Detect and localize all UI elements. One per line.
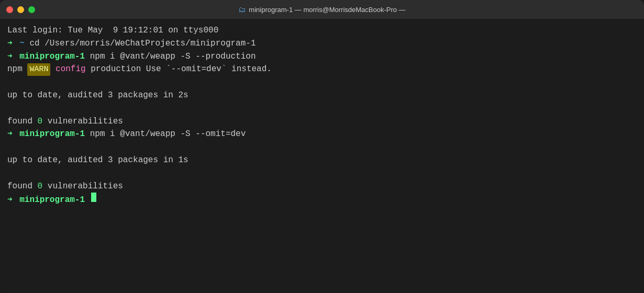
npm-prefix: npm <box>7 63 27 76</box>
terminal-window: 🗂 miniprogram-1 — morris@MorrisdeMacBook… <box>0 0 644 293</box>
found-text-1: found <box>7 115 38 128</box>
prompt-arrow-4: ➜ <box>7 194 13 207</box>
prompt-dir-4: miniprogram-1 <box>15 194 90 207</box>
title-bar: 🗂 miniprogram-1 — morris@MorrisdeMacBook… <box>0 0 644 19</box>
folder-icon: 🗂 <box>238 5 246 14</box>
terminal-cursor <box>91 193 96 202</box>
warn-badge: WARN <box>27 63 50 75</box>
command-text-3: npm i @vant/weapp -S --omit=dev <box>90 128 246 141</box>
command-line-1: ➜ ~ cd /Users/morris/WeChatProjects/mini… <box>7 37 637 50</box>
command-line-3: ➜ miniprogram-1 npm i @vant/weapp -S --o… <box>7 128 637 141</box>
warn-text: production Use `--omit=dev` instead. <box>86 63 272 76</box>
window-title: 🗂 miniprogram-1 — morris@MorrisdeMacBook… <box>238 5 405 14</box>
empty-line-3 <box>7 141 637 154</box>
traffic-lights <box>6 6 35 13</box>
title-text: miniprogram-1 — morris@MorrisdeMacBook-P… <box>249 6 405 14</box>
command-text-2: npm i @vant/weapp -S --production <box>90 50 256 63</box>
login-line: Last login: Tue May 9 19:12:01 on ttys00… <box>7 24 637 37</box>
empty-line-1 <box>7 76 637 89</box>
warn-line: npm WARN config production Use `--omit=d… <box>7 63 637 76</box>
empty-line-4 <box>7 167 637 180</box>
found-line-2: found 0 vulnerabilities <box>7 180 637 193</box>
login-text: Last login: Tue May 9 19:12:01 on ttys00… <box>7 24 218 37</box>
prompt-dir-1: ~ <box>15 37 30 50</box>
close-button[interactable] <box>6 6 13 13</box>
empty-line-2 <box>7 102 637 115</box>
zero-count-2: 0 <box>38 180 43 193</box>
prompt-arrow-1: ➜ <box>7 37 13 50</box>
up-to-date-text-2: up to date, audited 3 packages in 1s <box>7 154 188 167</box>
up-to-date-text-1: up to date, audited 3 packages in 2s <box>7 89 188 102</box>
prompt-arrow-3: ➜ <box>7 128 13 141</box>
found-text-2: found <box>7 180 38 193</box>
vulnerabilities-text-1: vulnerabilities <box>42 115 123 128</box>
minimize-button[interactable] <box>17 6 24 13</box>
vulnerabilities-text-2: vulnerabilities <box>42 180 123 193</box>
command-line-2: ➜ miniprogram-1 npm i @vant/weapp -S --p… <box>7 50 637 63</box>
prompt-dir-3: miniprogram-1 <box>15 128 90 141</box>
command-text-1: cd /Users/morris/WeChatProjects/miniprog… <box>29 37 256 50</box>
terminal-body[interactable]: Last login: Tue May 9 19:12:01 on ttys00… <box>0 19 644 293</box>
found-line-1: found 0 vulnerabilities <box>7 115 637 128</box>
warn-config: config <box>50 63 85 76</box>
up-to-date-2: up to date, audited 3 packages in 1s <box>7 154 637 167</box>
prompt-dir-2: miniprogram-1 <box>15 50 90 63</box>
prompt-cursor-line: ➜ miniprogram-1 <box>7 193 637 207</box>
maximize-button[interactable] <box>28 6 35 13</box>
up-to-date-1: up to date, audited 3 packages in 2s <box>7 89 637 102</box>
zero-count-1: 0 <box>38 115 43 128</box>
prompt-arrow-2: ➜ <box>7 50 13 63</box>
